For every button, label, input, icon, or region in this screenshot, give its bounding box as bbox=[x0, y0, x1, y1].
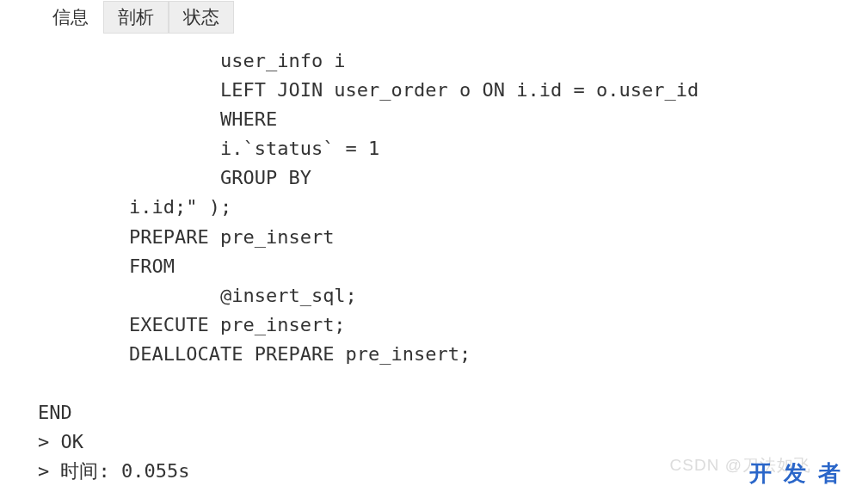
tab-info[interactable]: 信息 bbox=[38, 1, 103, 34]
tab-profile[interactable]: 剖析 bbox=[103, 1, 169, 34]
watermark-logo: 开发者 bbox=[749, 458, 853, 489]
sql-output-text: user_info i LEFT JOIN user_order o ON i.… bbox=[0, 34, 868, 486]
tab-bar: 信息 剖析 状态 bbox=[0, 0, 868, 34]
tab-status[interactable]: 状态 bbox=[169, 1, 234, 34]
